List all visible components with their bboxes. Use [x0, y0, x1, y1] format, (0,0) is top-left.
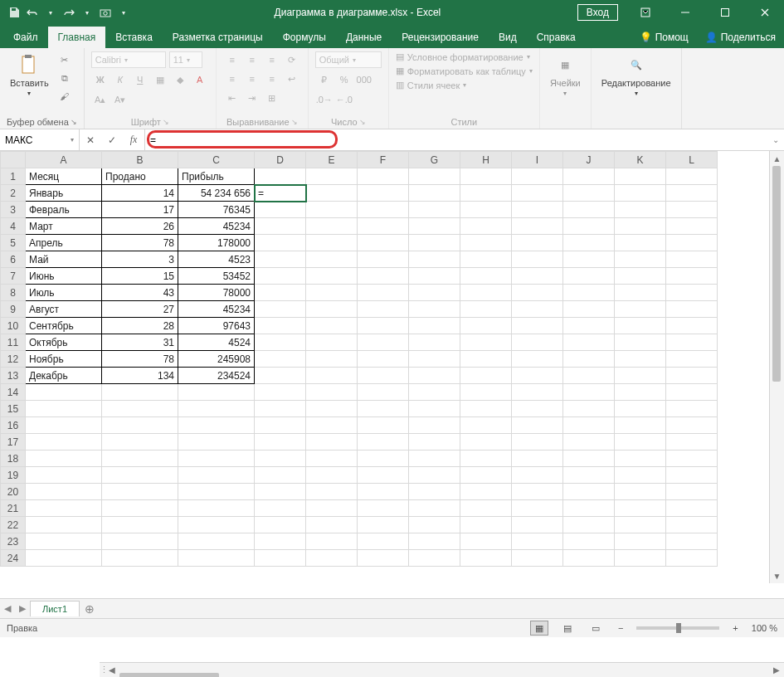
cell[interactable] [358, 451, 409, 467]
cell[interactable] [666, 401, 718, 417]
cell[interactable] [409, 434, 460, 451]
copy-icon[interactable]: ⧉ [56, 70, 74, 86]
cell[interactable] [460, 467, 512, 484]
tab-view[interactable]: Вид [489, 27, 527, 48]
cell[interactable] [512, 235, 563, 251]
cell[interactable] [306, 417, 358, 434]
expand-formula-bar-icon[interactable]: ⌄ [767, 129, 784, 150]
cell[interactable] [563, 168, 615, 185]
cell[interactable]: 53452 [178, 268, 255, 285]
cell[interactable] [512, 185, 563, 202]
cell[interactable] [512, 484, 563, 500]
cell[interactable] [178, 417, 255, 434]
fill-color-button[interactable]: ◆ [171, 71, 189, 88]
tab-home[interactable]: Главная [48, 27, 106, 48]
cell[interactable]: 14 [102, 185, 178, 202]
cell[interactable]: Август [26, 301, 102, 318]
cell[interactable] [563, 185, 615, 202]
minimize-button[interactable] [666, 0, 704, 25]
cell[interactable] [460, 368, 512, 384]
cell[interactable] [306, 384, 358, 401]
cell[interactable] [666, 517, 718, 533]
cell[interactable] [615, 384, 666, 401]
cell[interactable] [409, 484, 460, 500]
cell[interactable] [358, 434, 409, 451]
cell[interactable] [615, 202, 666, 218]
increase-decimal-icon[interactable]: .0→ [315, 91, 334, 108]
cell[interactable] [666, 285, 718, 301]
scroll-thumb[interactable] [119, 673, 219, 678]
camera-icon[interactable] [98, 5, 113, 20]
sheet-nav-prev-icon[interactable]: ◀ [0, 599, 15, 618]
cell[interactable] [615, 301, 666, 318]
cancel-formula-icon[interactable]: ✕ [80, 129, 101, 150]
cell[interactable] [512, 384, 563, 401]
cell[interactable] [255, 285, 306, 301]
cell[interactable] [306, 185, 358, 202]
cell[interactable] [178, 467, 255, 484]
tab-insert[interactable]: Вставка [105, 27, 163, 48]
decrease-font-icon[interactable]: A▾ [111, 91, 129, 108]
cell[interactable] [306, 351, 358, 368]
cell[interactable] [409, 301, 460, 318]
row-header[interactable]: 16 [1, 417, 26, 434]
cell[interactable] [666, 334, 718, 351]
cell[interactable] [358, 318, 409, 334]
cell[interactable] [358, 251, 409, 268]
tab-page-layout[interactable]: Разметка страницы [163, 27, 273, 48]
cell[interactable] [306, 484, 358, 500]
cell[interactable] [255, 202, 306, 218]
cell[interactable]: 43 [102, 285, 178, 301]
cell[interactable]: 45234 [178, 301, 255, 318]
cell[interactable] [666, 268, 718, 285]
cell[interactable] [666, 384, 718, 401]
row-header[interactable]: 13 [1, 368, 26, 384]
cell[interactable] [255, 517, 306, 533]
cell[interactable] [26, 484, 102, 500]
align-bottom-icon[interactable]: ≡ [263, 51, 281, 68]
view-page-layout-icon[interactable]: ▤ [558, 621, 577, 636]
conditional-formatting-button[interactable]: ▤Условное форматирование▾ [396, 51, 530, 62]
col-header[interactable]: G [409, 152, 460, 168]
cell[interactable] [409, 451, 460, 467]
col-header[interactable]: B [102, 152, 178, 168]
col-header[interactable]: E [306, 152, 358, 168]
comma-icon[interactable]: 000 [355, 71, 373, 88]
cell[interactable] [512, 550, 563, 567]
undo-icon[interactable] [25, 5, 40, 20]
close-button[interactable] [746, 0, 784, 25]
cell[interactable] [460, 550, 512, 567]
cell[interactable] [460, 484, 512, 500]
cell[interactable] [615, 251, 666, 268]
row-header[interactable]: 14 [1, 384, 26, 401]
cell[interactable] [178, 533, 255, 550]
cell[interactable] [409, 500, 460, 517]
cell[interactable] [409, 235, 460, 251]
cell[interactable] [409, 218, 460, 235]
cell[interactable] [306, 451, 358, 467]
cell[interactable] [615, 401, 666, 417]
cell[interactable] [255, 434, 306, 451]
cell[interactable] [255, 168, 306, 185]
col-header[interactable]: J [563, 152, 615, 168]
cell[interactable] [358, 202, 409, 218]
cell[interactable] [306, 218, 358, 235]
row-header[interactable]: 4 [1, 218, 26, 235]
cell[interactable] [102, 517, 178, 533]
format-painter-icon[interactable]: 🖌 [56, 88, 74, 105]
cell[interactable] [306, 467, 358, 484]
fx-icon[interactable]: fx [123, 129, 144, 150]
cell[interactable] [26, 517, 102, 533]
cell[interactable] [255, 235, 306, 251]
zoom-out-icon[interactable]: − [615, 623, 626, 633]
cell[interactable] [563, 368, 615, 384]
cell[interactable] [512, 368, 563, 384]
cell-styles-button[interactable]: ▥Стили ячеек▾ [396, 80, 466, 90]
cell[interactable] [563, 401, 615, 417]
cell[interactable] [666, 202, 718, 218]
cell[interactable]: 78 [102, 351, 178, 368]
cell[interactable] [26, 451, 102, 467]
cell[interactable] [615, 351, 666, 368]
cell[interactable]: 78000 [178, 285, 255, 301]
cell[interactable]: Ноябрь [26, 351, 102, 368]
